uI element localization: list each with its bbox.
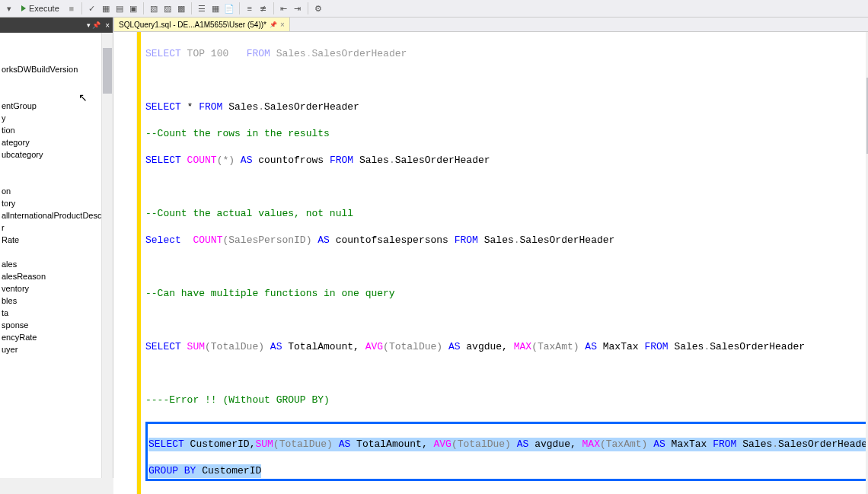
tab-pushpin-icon[interactable]: 📌	[270, 21, 277, 28]
sidebar-item[interactable]: Rate	[0, 234, 113, 246]
sidebar-item[interactable]: alesReason	[0, 270, 113, 282]
sidebar-item[interactable]	[0, 88, 113, 100]
client-stats-icon[interactable]: ▩	[175, 2, 187, 14]
sidebar-item[interactable]: tory	[0, 197, 113, 209]
pin-icon[interactable]: ▾ 📌	[87, 21, 101, 29]
sidebar-item[interactable]: uyer	[0, 343, 113, 355]
editor-margin	[113, 32, 137, 494]
sidebar-scrollbar[interactable]	[101, 33, 113, 478]
sidebar-item[interactable]: on	[0, 185, 113, 197]
sidebar-item[interactable]: entGroup	[0, 100, 113, 112]
editor-tabbar: SQLQuery1.sql - DE...A1M5655\User (54))*…	[113, 18, 868, 32]
sql-editor[interactable]: SELECT TOP 100 FROM Sales.SalesOrderHead…	[113, 32, 868, 494]
debug-dropdown-icon[interactable]: ▾	[3, 2, 15, 14]
tab-label: SQLQuery1.sql - DE...A1M5655\User (54))*	[119, 21, 266, 29]
execute-label: Execute	[29, 4, 59, 13]
comment-icon[interactable]: ≡	[244, 2, 256, 14]
sidebar-item[interactable]: y	[0, 112, 113, 124]
live-stats-icon[interactable]: ▨	[161, 2, 174, 14]
parse-icon[interactable]: ✓	[86, 2, 98, 14]
sidebar-item[interactable]: allnternationalProductDescription	[0, 209, 113, 222]
close-icon[interactable]: ×	[105, 21, 110, 30]
highlighted-query: SELECT CustomerID,SUM(TotalDue) AS Total…	[145, 422, 868, 481]
results-file-icon[interactable]: 📄	[223, 2, 235, 14]
stop-icon[interactable]: ■	[65, 2, 78, 14]
sidebar-item[interactable]: ales	[0, 258, 113, 270]
sidebar-item[interactable]	[0, 173, 113, 185]
main-toolbar: ▾ Execute ■ ✓ ▦ ▤ ▣ ▧ ▨ ▩ ☰ ▦ 📄 ≡ ≢ ⇤ ⇥ …	[0, 0, 868, 18]
sidebar-item[interactable]	[0, 161, 113, 173]
play-icon	[21, 5, 26, 11]
execute-button[interactable]: Execute	[17, 3, 64, 14]
indent-decrease-icon[interactable]: ⇤	[278, 2, 290, 14]
sidebar-item[interactable]: r	[0, 222, 113, 234]
tab-sqlquery1[interactable]: SQLQuery1.sql - DE...A1M5655\User (54))*…	[113, 17, 290, 31]
panel-titlebar: ▾ 📌 ×	[0, 18, 113, 33]
object-explorer-panel: ▾ 📌 × orksDWBuildVersion entGroupytionat…	[0, 18, 113, 478]
sidebar-item[interactable]: ta	[0, 307, 113, 319]
tab-close-icon[interactable]: ×	[280, 21, 285, 29]
specify-values-icon[interactable]: ⚙	[312, 2, 324, 14]
sidebar-item[interactable]: ubcategory	[0, 148, 113, 161]
indent-increase-icon[interactable]: ⇥	[292, 2, 304, 14]
intellisense-icon[interactable]: ▣	[127, 2, 139, 14]
sidebar-item[interactable]: ventory	[0, 282, 113, 295]
sidebar-item[interactable]: ategory	[0, 136, 113, 148]
sidebar-item[interactable]	[0, 75, 113, 88]
results-grid-icon[interactable]: ▦	[209, 2, 222, 14]
sidebar-item[interactable]: tion	[0, 124, 113, 136]
sidebar-item[interactable]: orksDWBuildVersion	[0, 63, 113, 75]
actual-plan-icon[interactable]: ▧	[148, 2, 160, 14]
uncomment-icon[interactable]: ≢	[257, 2, 270, 14]
query-options-icon[interactable]: ▤	[113, 2, 126, 14]
sidebar-item[interactable]: sponse	[0, 319, 113, 331]
results-text-icon[interactable]: ☰	[196, 2, 208, 14]
sidebar-item[interactable]: encyRate	[0, 331, 113, 343]
estimated-plan-icon[interactable]: ▦	[100, 2, 112, 14]
sidebar-item[interactable]	[0, 246, 113, 258]
sidebar-item[interactable]: bles	[0, 295, 113, 307]
